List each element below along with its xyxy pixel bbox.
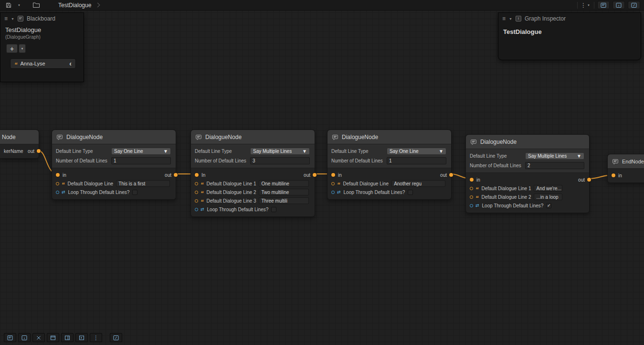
loop-port-dot[interactable]: [331, 191, 335, 194]
dialogue-line-port-dot[interactable]: [195, 182, 198, 185]
panel-title: Blackboard: [27, 15, 55, 22]
dialogue-node-4[interactable]: DialogueNode Default Line Type Say Multi…: [465, 134, 590, 213]
line-type-dropdown[interactable]: Say One Line ▼: [111, 148, 171, 155]
num-lines-field[interactable]: 1: [111, 157, 171, 164]
out-port-dot[interactable]: [174, 173, 178, 177]
more-button[interactable]: ⋮: [90, 333, 102, 342]
breadcrumb-chevron-icon: [95, 3, 100, 8]
dialogue-line-port-dot[interactable]: [195, 191, 198, 194]
end-node[interactable]: EndNode in: [607, 154, 644, 183]
breadcrumb-tab-title[interactable]: TestDialogue: [58, 2, 91, 9]
loop-port-dot[interactable]: [195, 208, 198, 211]
node-title-bar[interactable]: Node: [0, 130, 39, 144]
dialogue-line-field[interactable]: This is a first: [116, 180, 170, 187]
tools-icon: [36, 335, 42, 341]
script-button[interactable]: [110, 333, 122, 342]
partial-node[interactable]: Node kerName out: [0, 129, 39, 159]
prop-label: Number of Default Lines: [470, 163, 525, 168]
dialogue-line-field[interactable]: Two multiline: [259, 189, 309, 195]
hamburger-icon[interactable]: ≡: [502, 16, 506, 22]
foldout-icon[interactable]: ▼: [509, 17, 512, 21]
save-button[interactable]: [4, 1, 13, 10]
out-port[interactable]: out: [440, 171, 453, 179]
inspector-button[interactable]: [18, 333, 31, 342]
in-port-dot[interactable]: [331, 173, 335, 177]
dialogue-line-port-dot[interactable]: [470, 195, 473, 199]
line-type-dropdown[interactable]: Say Multiple Lines ▼: [250, 148, 310, 155]
node-title-bar[interactable]: DialogueNode: [327, 130, 451, 144]
out-port[interactable]: out: [578, 175, 591, 184]
console-button[interactable]: [75, 333, 88, 342]
dialogue-node-1[interactable]: DialogueNode Default Line Type Say One L…: [52, 129, 176, 200]
quote-icon: “: [337, 183, 340, 187]
dialogue-line-port-dot[interactable]: [470, 187, 473, 190]
line-type-dropdown[interactable]: Say One Line ▼: [387, 148, 446, 155]
quote-icon: “: [14, 63, 18, 67]
node-title-bar[interactable]: EndNode: [608, 154, 644, 169]
graph-inspector-panel[interactable]: ≡ ▼ i Graph Inspector TestDialogue: [498, 12, 641, 60]
toolbar-separator: [594, 2, 594, 9]
out-port[interactable]: out: [165, 171, 178, 179]
frame-button[interactable]: [47, 333, 59, 342]
loop-port-dot[interactable]: [470, 204, 473, 207]
blackboard-header[interactable]: ≡ ▼ Blackboard: [0, 13, 84, 24]
in-port-dot[interactable]: [195, 173, 199, 177]
node-title-bar[interactable]: DialogueNode: [52, 130, 176, 144]
blackboard-button[interactable]: [4, 333, 16, 342]
graph-canvas[interactable]: ▼ TestDialogue ⋮ ▼: [0, 0, 644, 345]
blackboard-panel[interactable]: ≡ ▼ Blackboard TestDialogue (DialogueGra…: [0, 12, 84, 82]
out-port[interactable]: out: [304, 171, 317, 179]
line-type-dropdown[interactable]: Say Multiple Lines ▼: [525, 152, 584, 160]
dialogue-line-field[interactable]: ...in a loop: [534, 194, 562, 200]
graph-inspector-header[interactable]: ≡ ▼ i Graph Inspector: [498, 13, 641, 24]
out-port-dot[interactable]: [313, 173, 317, 177]
num-lines-field[interactable]: 2: [525, 162, 584, 169]
more-menu-button[interactable]: ⋮ ▼: [581, 1, 590, 10]
loop-checkbox[interactable]: [271, 207, 276, 212]
dialogue-line-port-dot[interactable]: [195, 199, 198, 203]
dialogue-node-3[interactable]: DialogueNode Default Line Type Say One L…: [327, 129, 452, 200]
dialogue-line-port-dot[interactable]: [331, 182, 335, 185]
dialogue-line-field[interactable]: Another regu: [391, 180, 445, 187]
tools-button[interactable]: [32, 333, 45, 342]
loop-checkbox[interactable]: [132, 190, 137, 195]
in-port-dot[interactable]: [470, 178, 474, 182]
out-port-dot[interactable]: [37, 149, 41, 153]
foldout-icon[interactable]: ▼: [11, 17, 14, 21]
hamburger-icon[interactable]: ≡: [4, 16, 8, 22]
collapse-chevron-icon[interactable]: ‹: [69, 60, 72, 67]
add-property-button[interactable]: +: [6, 44, 18, 53]
panel-button[interactable]: [61, 333, 74, 342]
loop-icon: ⇄: [62, 190, 65, 194]
breadcrumb[interactable]: TestDialogue: [58, 2, 99, 9]
out-port-dot[interactable]: [587, 178, 591, 182]
inspector-toggle-button[interactable]: [612, 1, 625, 9]
in-port-dot[interactable]: [56, 173, 60, 177]
dialogue-line-field[interactable]: And we're...: [534, 185, 562, 192]
script-toggle-button[interactable]: [628, 1, 640, 9]
quote-icon: “: [62, 183, 65, 187]
num-lines-field[interactable]: 1: [387, 157, 446, 164]
dialogue-line-field[interactable]: Three multili: [259, 197, 309, 204]
node-title-bar[interactable]: DialogueNode: [191, 130, 315, 144]
add-property-options-button[interactable]: ▼: [19, 44, 26, 53]
blackboard-graph-name: TestDialogue: [5, 26, 79, 33]
node-title-bar[interactable]: DialogueNode: [466, 135, 589, 149]
blackboard-toggle-button[interactable]: [597, 1, 610, 9]
out-port-dot[interactable]: [449, 173, 453, 177]
dialogue-line-field[interactable]: One multiline: [259, 180, 309, 187]
num-lines-field[interactable]: 3: [250, 157, 310, 164]
in-port-dot[interactable]: [612, 173, 615, 177]
panel-icon: [64, 335, 70, 341]
out-port[interactable]: out: [28, 147, 41, 155]
blackboard-field[interactable]: “ Anna-Lyse ‹: [10, 58, 76, 69]
quote-icon: “: [201, 200, 204, 204]
loop-checkbox[interactable]: ✓: [546, 203, 551, 208]
open-asset-button[interactable]: [32, 1, 41, 10]
loop-port-dot[interactable]: [56, 191, 59, 194]
dialogue-node-2[interactable]: DialogueNode Default Line Type Say Multi…: [190, 129, 315, 217]
dialogue-line-port-dot[interactable]: [56, 182, 59, 185]
save-options-button[interactable]: ▼: [14, 1, 24, 10]
bottom-toolbar: ⋮: [4, 333, 122, 342]
loop-checkbox[interactable]: [408, 190, 413, 195]
